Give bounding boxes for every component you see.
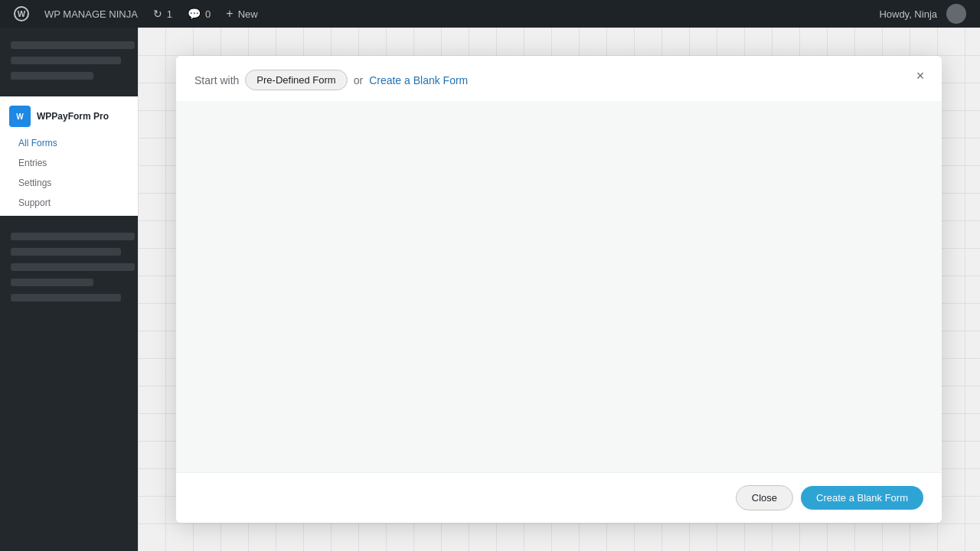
sidebar-skeleton-top — [0, 28, 138, 93]
create-blank-form-button[interactable]: Create a Blank Form — [801, 486, 923, 510]
site-name-label: WP MANAGE NINJA — [44, 8, 138, 20]
wppaypro-icon: W — [9, 106, 31, 127]
comments-item[interactable]: 💬 0 — [180, 0, 218, 28]
svg-text:W: W — [16, 112, 24, 121]
modal-or-text: or — [354, 74, 363, 86]
admin-bar: W WP MANAGE NINJA ↻ 1 💬 0 + New Howdy, N… — [0, 0, 980, 28]
wppaypro-menu: W WPPayForm Pro All Forms Entries Settin… — [0, 96, 138, 216]
user-avatar — [946, 4, 966, 24]
page-wrapper: W WPPayForm Pro All Forms Entries Settin… — [0, 28, 980, 551]
skeleton-line-3 — [11, 72, 93, 80]
skeleton-line-6 — [11, 263, 135, 271]
sidebar-skeleton-bottom — [0, 219, 138, 315]
skeleton-line-7 — [11, 279, 93, 286]
new-label: New — [238, 8, 258, 20]
modal-header: Start with Pre-Defined Form or Create a … — [176, 56, 942, 101]
skeleton-line-5 — [11, 248, 121, 256]
wppaypro-header: W WPPayForm Pro — [0, 99, 138, 133]
close-button[interactable]: Close — [736, 485, 793, 510]
sidebar-item-settings[interactable]: Settings — [0, 173, 138, 193]
predefined-form-tab[interactable]: Pre-Defined Form — [245, 70, 347, 90]
updates-item[interactable]: ↻ 1 — [145, 0, 180, 28]
skeleton-line-1 — [11, 41, 135, 49]
skeleton-line-2 — [11, 57, 121, 64]
comments-icon: 💬 — [188, 8, 201, 20]
updates-count: 1 — [167, 8, 172, 20]
user-greeting-text: Howdy, Ninja — [879, 8, 937, 20]
wp-logo-icon: W — [14, 6, 29, 21]
wppaypro-title: WPPayForm Pro — [37, 111, 109, 122]
modal-overlay: Start with Pre-Defined Form or Create a … — [138, 28, 980, 551]
new-content-item[interactable]: + New — [218, 0, 265, 28]
modal-dialog: Start with Pre-Defined Form or Create a … — [176, 56, 942, 523]
create-blank-form-link[interactable]: Create a Blank Form — [369, 74, 468, 86]
sidebar-item-all-forms[interactable]: All Forms — [0, 133, 138, 153]
modal-body — [176, 101, 942, 472]
plus-icon: + — [226, 7, 233, 21]
wp-logo-item[interactable]: W — [6, 0, 37, 28]
site-name-item[interactable]: WP MANAGE NINJA — [37, 0, 145, 28]
comments-count: 0 — [205, 8, 211, 20]
modal-close-button[interactable]: × — [910, 65, 931, 86]
modal-footer: Close Create a Blank Form — [176, 472, 942, 523]
refresh-icon: ↻ — [153, 8, 162, 20]
main-content: Start with Pre-Defined Form or Create a … — [138, 28, 980, 551]
modal-start-with-text: Start with — [194, 74, 239, 86]
skeleton-line-4 — [11, 233, 135, 240]
sidebar: W WPPayForm Pro All Forms Entries Settin… — [0, 28, 138, 551]
skeleton-line-8 — [11, 294, 121, 302]
user-greeting-item[interactable]: Howdy, Ninja — [871, 0, 974, 28]
sidebar-item-entries[interactable]: Entries — [0, 153, 138, 173]
sidebar-item-support[interactable]: Support — [0, 193, 138, 213]
